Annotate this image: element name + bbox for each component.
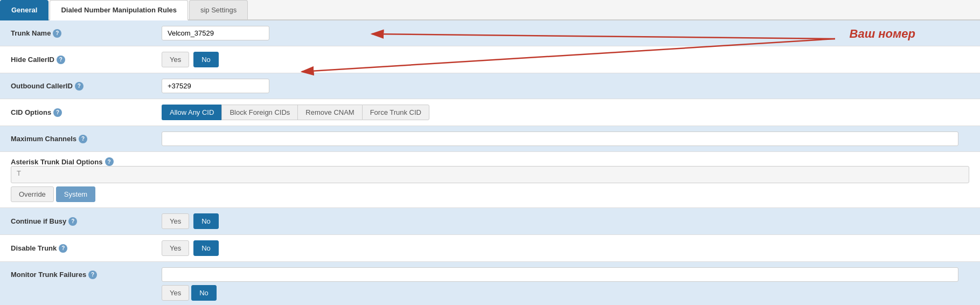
tab-sip[interactable]: sip Settings xyxy=(189,0,248,19)
disable-trunk-control: Yes No xyxy=(162,240,969,256)
outbound-callerid-help-icon[interactable]: ? xyxy=(75,82,84,91)
maximum-channels-row: Maximum Channels ? xyxy=(0,126,980,152)
disable-trunk-yes-btn[interactable]: Yes xyxy=(162,240,189,256)
asterisk-dial-options-row: Asterisk Trunk Dial Options ? T Override… xyxy=(0,152,980,208)
asterisk-dial-options-label: Asterisk Trunk Dial Options ? xyxy=(11,157,162,166)
outbound-callerid-input[interactable] xyxy=(162,79,269,93)
monitor-trunk-failures-row: Monitor Trunk Failures ? Yes No xyxy=(0,262,980,305)
disable-trunk-help-icon[interactable]: ? xyxy=(59,244,67,253)
asterisk-dial-options-field: T xyxy=(11,166,969,183)
tabs-container: General Dialed Number Manipulation Rules… xyxy=(0,0,980,20)
block-foreign-cids-btn[interactable]: Block Foreign CIDs xyxy=(221,105,297,120)
form-container: Trunk Name ? Hide CallerID ? Yes No Outb… xyxy=(0,20,980,305)
trunk-name-label: Trunk Name ? xyxy=(11,29,162,38)
outbound-callerid-control xyxy=(162,79,969,93)
dial-options-btns: Override System xyxy=(11,186,95,202)
annotation-text: Ваш номер xyxy=(850,27,915,41)
tab-dnmr[interactable]: Dialed Number Manipulation Rules xyxy=(50,0,188,20)
monitor-trunk-failures-label: Monitor Trunk Failures ? xyxy=(11,271,162,279)
monitor-trunk-failures-control xyxy=(162,267,969,282)
monitor-failures-no-btn[interactable]: No xyxy=(191,285,217,301)
disable-trunk-label: Disable Trunk ? xyxy=(11,244,162,253)
hide-callerid-label: Hide CallerID ? xyxy=(11,56,162,64)
continue-if-busy-row: Continue if Busy ? Yes No xyxy=(0,208,980,235)
cid-options-control: Allow Any CID Block Foreign CIDs Remove … xyxy=(162,105,969,120)
tab-sip-label: sip Settings xyxy=(200,6,237,14)
trunk-name-help-icon[interactable]: ? xyxy=(53,29,61,38)
monitor-trunk-failures-btns: Yes No xyxy=(11,282,217,301)
continue-if-busy-help-icon[interactable]: ? xyxy=(68,217,77,226)
force-trunk-cid-btn[interactable]: Force Trunk CID xyxy=(362,105,429,120)
maximum-channels-control xyxy=(162,131,969,146)
outbound-callerid-row: Outbound CallerID ? xyxy=(0,73,980,99)
cid-options-row: CID Options ? Allow Any CID Block Foreig… xyxy=(0,99,980,126)
maximum-channels-input[interactable] xyxy=(162,131,958,146)
cid-options-help-icon[interactable]: ? xyxy=(53,108,62,117)
monitor-trunk-failures-input[interactable] xyxy=(162,267,958,282)
hide-callerid-row: Hide CallerID ? Yes No xyxy=(0,46,980,73)
allow-any-cid-btn[interactable]: Allow Any CID xyxy=(162,105,221,120)
maximum-channels-help-icon[interactable]: ? xyxy=(79,135,87,143)
maximum-channels-label: Maximum Channels ? xyxy=(11,135,162,143)
tab-general-label: General xyxy=(11,6,37,14)
trunk-name-input[interactable] xyxy=(162,26,269,40)
continue-if-busy-no-btn[interactable]: No xyxy=(193,213,219,229)
outbound-callerid-label: Outbound CallerID ? xyxy=(11,82,162,91)
tab-dnmr-label: Dialed Number Manipulation Rules xyxy=(61,6,177,14)
hide-callerid-no-btn[interactable]: No xyxy=(193,52,219,67)
hide-callerid-help-icon[interactable]: ? xyxy=(57,56,65,64)
trunk-name-control xyxy=(162,26,969,40)
asterisk-dial-options-control: T Override System xyxy=(11,166,969,202)
trunk-name-row: Trunk Name ? xyxy=(0,20,980,46)
system-btn[interactable]: System xyxy=(56,186,95,202)
continue-if-busy-yes-btn[interactable]: Yes xyxy=(162,213,189,229)
monitor-failures-yes-btn[interactable]: Yes xyxy=(162,285,189,301)
cid-options-group: Allow Any CID Block Foreign CIDs Remove … xyxy=(162,105,429,120)
tab-general[interactable]: General xyxy=(0,0,48,20)
continue-if-busy-control: Yes No xyxy=(162,213,969,229)
hide-callerid-yes-btn[interactable]: Yes xyxy=(162,52,189,67)
monitor-trunk-failures-help-icon[interactable]: ? xyxy=(88,271,97,279)
override-btn[interactable]: Override xyxy=(11,186,54,202)
remove-cnam-btn[interactable]: Remove CNAM xyxy=(297,105,362,120)
disable-trunk-no-btn[interactable]: No xyxy=(193,240,219,256)
cid-options-label: CID Options ? xyxy=(11,108,162,117)
hide-callerid-control: Yes No xyxy=(162,52,969,67)
continue-if-busy-label: Continue if Busy ? xyxy=(11,217,162,226)
disable-trunk-row: Disable Trunk ? Yes No xyxy=(0,235,980,262)
asterisk-dial-options-help-icon[interactable]: ? xyxy=(105,157,114,166)
